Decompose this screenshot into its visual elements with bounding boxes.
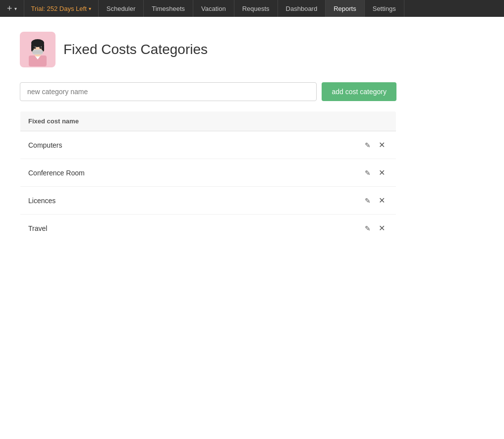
delete-button[interactable]: ✕ [376,166,388,179]
edit-button[interactable]: ✎ [362,195,374,207]
actions-cell: ✎ ✕ [352,215,396,242]
column-header-actions [352,111,396,131]
page-header: Fixed Costs Categories [20,32,484,67]
column-header-name: Fixed cost name [20,111,352,131]
delete-button[interactable]: ✕ [376,221,388,235]
nav-settings[interactable]: Settings [365,0,404,17]
trial-info[interactable]: Trial: 252 Days Left ▾ [24,0,99,17]
edit-button[interactable]: ✎ [362,167,374,179]
table-row: Computers ✎ ✕ [20,131,396,159]
cost-name-cell: Licences [20,187,352,215]
edit-button[interactable]: ✎ [362,139,374,151]
nav-requests[interactable]: Requests [234,0,278,17]
table-row: Conference Room ✎ ✕ [20,159,396,187]
delete-button[interactable]: ✕ [376,194,388,207]
delete-button[interactable]: ✕ [376,138,388,152]
add-menu-button[interactable]: + ▾ [0,0,24,17]
plus-icon: + [7,3,12,14]
table-row: Travel ✎ ✕ [20,215,396,242]
avatar [20,32,56,67]
page-title: Fixed Costs Categories [63,42,208,57]
nav-reports[interactable]: Reports [326,0,365,17]
chevron-down-icon: ▾ [89,6,91,11]
nav-scheduler[interactable]: Scheduler [99,0,144,17]
cost-name-cell: Conference Room [20,159,352,187]
cost-name-cell: Computers [20,131,352,159]
svg-point-9 [40,47,42,49]
new-category-input[interactable] [20,82,317,101]
edit-button[interactable]: ✎ [362,222,374,234]
chevron-down-icon: ▾ [14,6,17,11]
add-category-form: add cost category [20,82,396,101]
cost-name-cell: Travel [20,215,352,242]
table-row: Licences ✎ ✕ [20,187,396,215]
top-nav: + ▾ Trial: 252 Days Left ▾ Scheduler Tim… [0,0,504,17]
svg-point-10 [35,47,36,48]
svg-point-8 [34,47,36,49]
actions-cell: ✎ ✕ [352,187,396,215]
page-content: Fixed Costs Categories add cost category… [0,17,504,257]
nav-dashboard[interactable]: Dashboard [278,0,326,17]
add-cost-category-button[interactable]: add cost category [322,82,396,101]
nav-vacation[interactable]: Vacation [193,0,234,17]
svg-point-11 [41,47,42,48]
nav-timesheets[interactable]: Timesheets [144,0,193,17]
actions-cell: ✎ ✕ [352,159,396,187]
actions-cell: ✎ ✕ [352,131,396,159]
fixed-cost-table: Fixed cost name Computers ✎ ✕ Conference… [20,111,396,242]
